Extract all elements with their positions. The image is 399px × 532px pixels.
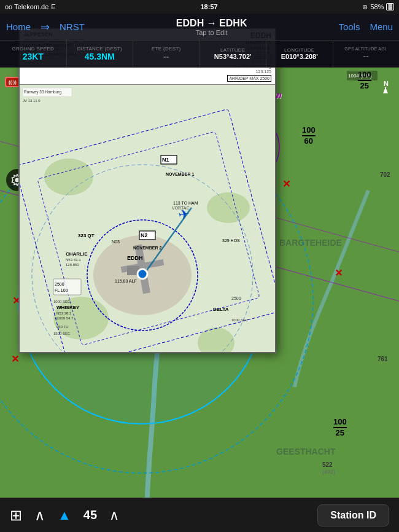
location-button[interactable]: ▲ — [58, 507, 71, 523]
altitude-display: 45 — [83, 508, 97, 522]
status-left: oo Telekom.de E — [5, 3, 56, 10]
chart-arrdep: ARR/DEP MAX 2500 — [227, 75, 271, 82]
svg-point-42 — [138, 269, 147, 279]
svg-text:EDDH: EDDH — [127, 255, 143, 261]
tools-button[interactable]: Tools — [338, 22, 360, 32]
altitude-up-button[interactable]: ∧ — [109, 507, 119, 523]
route-arrow: → — [207, 18, 219, 28]
svg-text:761: 761 — [378, 356, 388, 362]
distance-dest-value: 45.3NM — [85, 52, 115, 61]
svg-text:950 FU: 950 FU — [56, 325, 69, 329]
layers-button[interactable]: ⊞ — [10, 507, 22, 524]
svg-text:BARGTEHEIDE: BARGTEHEIDE — [279, 238, 342, 248]
distance-dest-label: DISTANCE (DEST) — [77, 46, 122, 52]
svg-text:(492): (492) — [322, 469, 335, 475]
track-up-button[interactable]: ∧ — [34, 507, 45, 524]
route-to: EDHK — [219, 18, 247, 28]
ground-speed-cell: GROUND SPEED 23KT — [0, 41, 67, 67]
status-time: 18:57 — [200, 3, 217, 10]
latitude-cell: LATITUDE N53°43.702' — [200, 41, 267, 67]
svg-text:1500 SEC: 1500 SEC — [53, 332, 71, 335]
distance-dest-cell: DISTANCE (DEST) 45.3NM — [67, 41, 134, 67]
svg-text:N: N — [384, 80, 389, 87]
direct-button[interactable]: ⇒ — [41, 20, 50, 34]
svg-text:WHISKEY: WHISKEY — [56, 305, 80, 310]
svg-text:SIERRA 2: SIERRA 2 — [96, 351, 119, 353]
status-right: ⊕ 58% ▓ — [362, 3, 394, 11]
svg-text:N53 43.3: N53 43.3 — [66, 258, 81, 262]
ete-dest-value: -- — [163, 52, 169, 61]
ete-dest-label: ETE (DEST) — [152, 46, 180, 52]
nav-left: Home ⇒ NRST — [6, 20, 85, 34]
svg-text:✕: ✕ — [11, 354, 19, 364]
chart-freq-main: 123.125 — [227, 69, 271, 74]
svg-rect-63 — [53, 279, 81, 295]
gps-alt-cell: GPS ALTITUDE AGL -- — [333, 41, 400, 67]
alt-marker-1: 100 25 — [358, 71, 371, 91]
nrst-button[interactable]: NRST — [60, 22, 85, 32]
alt-marker-2: 100 60 — [302, 126, 316, 146]
svg-text:323 QT: 323 QT — [78, 233, 95, 238]
home-button[interactable]: Home — [6, 22, 31, 32]
svg-text:113 TO HAM: 113 TO HAM — [173, 201, 198, 205]
svg-text:✕: ✕ — [282, 179, 290, 189]
svg-text:✕: ✕ — [335, 268, 343, 278]
route-display[interactable]: EDDH → EDHK — [85, 18, 339, 29]
svg-text:JV 13 11   0: JV 13 11 0 — [23, 99, 41, 103]
svg-text:702: 702 — [380, 171, 390, 178]
ete-dest-cell: ETE (DEST) -- — [133, 41, 200, 67]
data-bar: GROUND SPEED 23KT DISTANCE (DEST) 45.3NM… — [0, 41, 399, 68]
svg-text:115.80 ALF: 115.80 ALF — [115, 279, 137, 283]
svg-text:NOVEMBER 1: NOVEMBER 1 — [166, 172, 194, 176]
latitude-label: LATITUDE — [220, 47, 245, 53]
svg-text:N03: N03 — [112, 240, 120, 244]
longitude-label: LONGITUDE — [284, 47, 314, 53]
svg-text:FL 100: FL 100 — [55, 288, 68, 292]
svg-text:VORTAC: VORTAC — [172, 206, 190, 210]
bottom-toolbar: ⊞ ∧ ▲ 45 ∧ Station ID — [0, 498, 399, 532]
route-from: EDDH — [176, 18, 204, 28]
radio-1-icon: ((·)) — [9, 79, 17, 85]
station-id-button[interactable]: Station ID — [317, 504, 389, 526]
alt-marker-5: 100 25 — [333, 418, 347, 438]
svg-text:1000 SEC: 1000 SEC — [53, 300, 71, 303]
svg-text:E009 54.7: E009 54.7 — [56, 316, 74, 320]
nav-bar: Home ⇒ NRST EDDH → EDHK Tap to Edit Tool… — [0, 14, 399, 41]
svg-text:N2: N2 — [141, 232, 148, 238]
altitude-value: 45 — [83, 508, 97, 522]
station-id-label: Station ID — [330, 510, 376, 520]
svg-text:2500: 2500 — [55, 282, 64, 286]
ground-speed-value: 23KT — [23, 52, 44, 61]
svg-text:N1: N1 — [162, 157, 169, 163]
svg-text:N53 38.3: N53 38.3 — [56, 311, 72, 315]
svg-point-29 — [44, 158, 93, 195]
svg-point-30 — [207, 192, 250, 223]
svg-text:CHARLIE: CHARLIE — [66, 251, 88, 257]
svg-text:329 HOS: 329 HOS — [222, 238, 240, 243]
svg-text:Runway 33 Hamburg: Runway 33 Hamburg — [24, 90, 61, 95]
network-type: E — [51, 3, 55, 10]
gps-alt-label: GPS ALTITUDE AGL — [344, 47, 387, 51]
tap-to-edit[interactable]: Tap to Edit — [85, 29, 339, 36]
svg-text:1000 SEC: 1000 SEC — [231, 318, 249, 322]
svg-text:126.850: 126.850 — [66, 263, 79, 267]
svg-text:DELTA: DELTA — [213, 307, 229, 312]
chart-svg: ✈ EDDH N1 N2 NOVEMBER 1 NOVEMBER 2 113 T… — [20, 85, 275, 353]
menu-button[interactable]: Menu — [370, 22, 393, 32]
gps-status: ⊕ — [362, 3, 368, 11]
nav-center: EDDH → EDHK Tap to Edit — [85, 18, 339, 36]
chart-body: ✈ EDDH N1 N2 NOVEMBER 1 NOVEMBER 2 113 T… — [20, 85, 275, 353]
svg-text:GEESTHACHT: GEESTHACHT — [276, 447, 336, 456]
svg-text:NOVEMBER 2: NOVEMBER 2 — [133, 246, 161, 250]
battery-pct: 58% — [370, 3, 384, 10]
nav-right: Tools Menu — [338, 22, 393, 32]
bottom-left-controls: ⊞ ∧ ▲ 45 ∧ — [10, 507, 119, 524]
battery-icon: ▓ — [386, 3, 394, 10]
latitude-value: N53°43.702' — [214, 53, 252, 60]
carrier-text: oo Telekom.de — [5, 3, 48, 10]
svg-text:522: 522 — [322, 461, 333, 468]
ground-speed-label: GROUND SPEED — [12, 46, 55, 52]
status-bar: oo Telekom.de E 18:57 ⊕ 58% ▓ — [0, 0, 399, 14]
longitude-value: E010°3.208' — [281, 53, 318, 60]
gps-alt-value: -- — [363, 51, 369, 61]
